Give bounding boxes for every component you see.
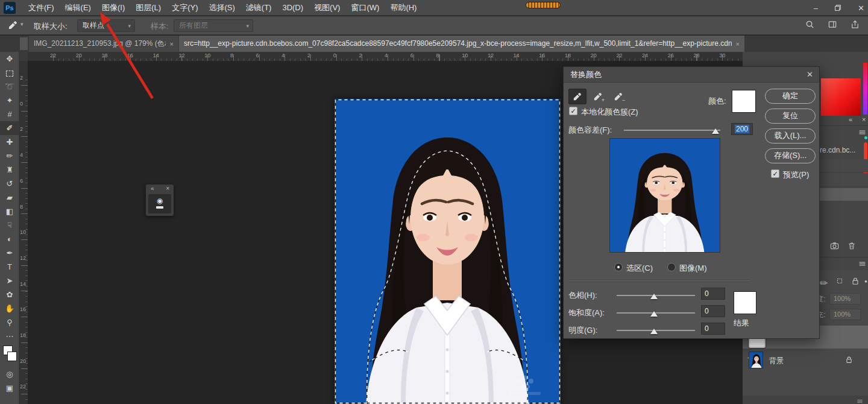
eyedropper-tool-icon[interactable] [8, 21, 17, 32]
gradient-tool[interactable]: ◧ [0, 204, 19, 218]
eraser-tool[interactable]: ▰ [0, 191, 19, 204]
dialog-close-icon[interactable]: ✕ [807, 70, 813, 80]
layers-panel-menu-icon[interactable] [858, 259, 866, 270]
lightness-slider-thumb[interactable] [650, 329, 658, 334]
lock-artboard-icon[interactable] [835, 277, 844, 288]
close-panel-icon[interactable]: × [166, 185, 169, 192]
tab-close-icon[interactable]: × [736, 40, 740, 48]
image-radio[interactable] [667, 263, 676, 271]
type-tool[interactable]: T [0, 260, 19, 274]
menu-item-help[interactable]: 帮助(H) [385, 0, 422, 16]
document-tab-1[interactable]: IMG_20211213_210953.jpg @ 179% (色相/... × [29, 36, 178, 52]
menu-item-select[interactable]: 选择(S) [203, 0, 240, 16]
eyedropper-tool[interactable]: ✐ [0, 121, 19, 135]
preview-checkbox-label[interactable]: 预览(P) [783, 169, 809, 180]
lock-brush-icon[interactable]: ✏ [820, 277, 828, 289]
path-selection-tool[interactable]: ➤ [0, 274, 19, 288]
crop-tool[interactable]: # [0, 107, 19, 121]
color-swatches-tool[interactable] [0, 343, 19, 367]
history-row[interactable] [817, 159, 868, 172]
image-radio-label[interactable]: 图像(M) [679, 263, 707, 274]
brush-tool[interactable]: ✏ [0, 149, 19, 163]
lasso-tool[interactable]: ➰ [0, 80, 19, 93]
localized-clusters-checkbox[interactable]: ✓ [569, 107, 577, 115]
opacity-value[interactable]: 100% [829, 293, 861, 305]
custom-shape-tool[interactable]: ✿ [0, 288, 19, 301]
collapsed-floating-panel[interactable]: « × ◉ [146, 185, 174, 216]
quick-selection-tool[interactable]: ✦ [0, 93, 19, 107]
history-brush-tool[interactable]: ↺ [0, 177, 19, 191]
hue-slider-thumb[interactable] [650, 294, 658, 299]
load-button[interactable]: 载入(L)... [765, 128, 816, 144]
background-color-swatch[interactable] [7, 352, 17, 361]
menu-item-type[interactable]: 文字(Y) [166, 0, 203, 16]
menu-item-file[interactable]: 文件(F) [23, 0, 60, 16]
color-picker-field[interactable] [821, 78, 861, 116]
zoom-tool[interactable]: ⚲ [0, 315, 19, 329]
minimize-button[interactable]: – [814, 4, 818, 13]
menu-item-filter[interactable]: 滤镜(T) [241, 0, 277, 16]
add-to-sample-eyedropper-button[interactable]: + [589, 89, 607, 104]
fuzziness-slider[interactable] [624, 127, 720, 134]
selection-radio[interactable] [614, 263, 623, 271]
menu-item-edit[interactable]: 编辑(E) [60, 0, 96, 16]
trash-icon[interactable] [848, 241, 856, 253]
close-button[interactable]: ✕ [858, 4, 864, 13]
menu-item-3d[interactable]: 3D(D) [277, 0, 309, 16]
menu-item-image[interactable]: 图像(I) [96, 0, 130, 16]
selected-color-swatch[interactable] [732, 90, 756, 113]
lock-all-icon[interactable] [851, 277, 860, 288]
fuzziness-input[interactable]: 200 [731, 123, 753, 135]
lightness-slider[interactable] [617, 327, 695, 334]
collapse-dock-icon[interactable]: « [849, 116, 852, 123]
history-row[interactable] [817, 173, 868, 186]
reset-button[interactable]: 复位 [765, 109, 816, 124]
fuzziness-slider-thumb[interactable] [712, 128, 719, 134]
collapse-panel-icon[interactable]: « [151, 185, 154, 192]
fill-value[interactable]: 100% [829, 309, 861, 320]
search-icon[interactable] [805, 20, 814, 31]
close-dock-icon[interactable]: × [862, 116, 866, 123]
saturation-slider[interactable] [617, 309, 695, 317]
rectangular-marquee-tool[interactable] [0, 66, 19, 80]
dialog-preview-image[interactable] [609, 138, 720, 253]
screen-mode-tool[interactable]: ▣ [0, 381, 19, 395]
tab-close-icon[interactable]: × [170, 40, 174, 48]
menu-item-window[interactable]: 窗口(W) [345, 0, 385, 16]
layer-row-background[interactable]: 背景 [743, 349, 868, 373]
restore-button[interactable] [834, 4, 842, 12]
selection-radio-label[interactable]: 选区(C) [626, 263, 653, 274]
ok-button[interactable]: 确定 [765, 89, 816, 104]
hue-input[interactable]: 0 [701, 288, 725, 300]
lightness-input[interactable]: 0 [701, 323, 725, 335]
menu-item-view[interactable]: 视图(V) [309, 0, 345, 16]
save-button[interactable]: 存储(S)... [765, 148, 816, 163]
quick-mask-tool[interactable]: ◎ [0, 367, 19, 381]
workspace-switcher-icon[interactable] [828, 20, 837, 31]
tool-preset-caret-icon[interactable]: ▾ [20, 21, 24, 27]
pen-tool[interactable]: ✒ [0, 246, 19, 260]
dialog-title[interactable]: 替换颜色 [564, 67, 819, 83]
hand-tool[interactable]: ✋ [0, 301, 19, 315]
saturation-slider-thumb[interactable] [650, 311, 658, 317]
footer-menu-icon[interactable] [857, 396, 863, 404]
menu-item-layer[interactable]: 图层(L) [130, 0, 166, 16]
smudge-tool[interactable]: ☟ [0, 218, 19, 232]
subtract-from-sample-eyedropper-button[interactable]: − [609, 89, 627, 104]
history-row-selected[interactable] [817, 188, 868, 201]
hue-slider[interactable] [617, 292, 695, 299]
clone-stamp-tool[interactable]: ♜ [0, 163, 19, 177]
dodge-tool[interactable]: ◐ [0, 232, 19, 246]
sample-size-select[interactable]: 取样点▾ [77, 19, 135, 32]
background-lock-icon[interactable] [845, 355, 853, 366]
hue-slider-strip[interactable] [863, 63, 867, 115]
result-color-swatch[interactable] [734, 291, 756, 314]
sample-select[interactable]: 所有图层▾ [174, 19, 253, 32]
camera-snapshot-icon[interactable] [830, 241, 839, 253]
saturation-input[interactable]: 0 [701, 305, 725, 317]
spot-healing-brush-tool[interactable]: ✚ [0, 135, 19, 149]
document-tab-2[interactable]: src=http__exp-picture.cdn.bcebos.com_07c… [179, 36, 744, 52]
collapsed-panel-tile[interactable]: ◉ [148, 194, 171, 213]
sample-color-eyedropper-button[interactable] [568, 89, 587, 104]
edit-toolbar-tool[interactable]: ⋯ [0, 329, 19, 343]
